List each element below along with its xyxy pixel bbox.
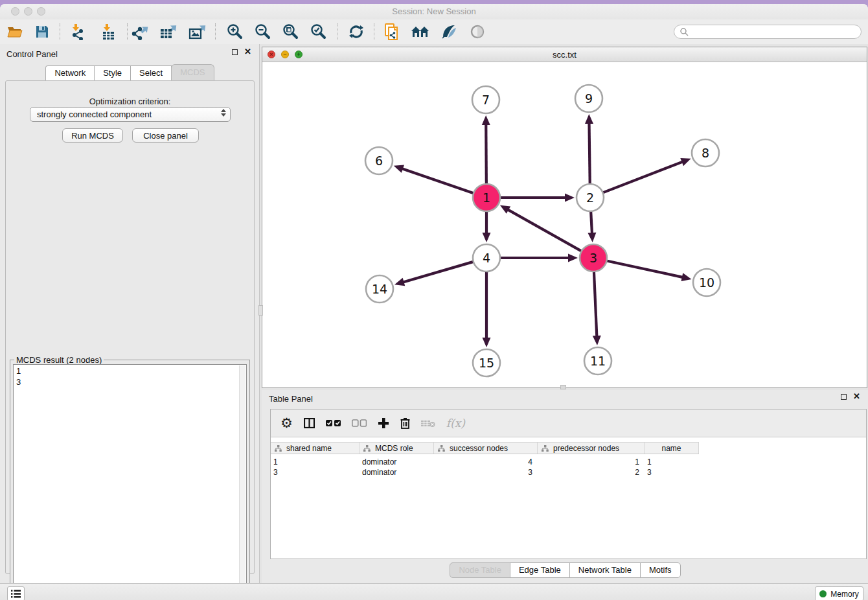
- close-panel-button[interactable]: Close panel: [132, 128, 199, 143]
- graph-edge-2-3[interactable]: [591, 211, 592, 234]
- table-row[interactable]: 3 dominator 3 2 3: [271, 468, 699, 478]
- apply-style-button[interactable]: [439, 23, 459, 41]
- export-image-button[interactable]: [188, 23, 207, 41]
- tab-style[interactable]: Style: [94, 65, 131, 80]
- graph-edge-3-1[interactable]: [507, 209, 581, 251]
- graph-edge-4-14[interactable]: [403, 262, 474, 283]
- float-table-panel-icon[interactable]: [841, 394, 847, 400]
- tab-node-table[interactable]: Node Table: [450, 562, 510, 578]
- tab-edge-table[interactable]: Edge Table: [510, 562, 570, 578]
- zoom-selected-button[interactable]: [308, 23, 328, 41]
- cell-shared-name[interactable]: 3: [271, 468, 360, 478]
- graph-edge-1-6[interactable]: [402, 168, 474, 193]
- open-folder-icon: [6, 25, 23, 39]
- deselect-all-button[interactable]: [352, 415, 367, 432]
- tab-motifs[interactable]: Motifs: [640, 562, 681, 578]
- network-graph[interactable]: 7968124314101511: [262, 62, 867, 387]
- cell-successor-nodes[interactable]: 4: [434, 457, 538, 468]
- zoom-fit-icon: [282, 23, 299, 40]
- home-layout-button[interactable]: [411, 23, 430, 41]
- import-table-button[interactable]: [98, 23, 118, 41]
- column-header-mcds-role[interactable]: MCDS role: [360, 443, 434, 454]
- graph-edge-1-7[interactable]: [486, 124, 486, 184]
- control-panel-tabs: Network Style Select MCDS: [0, 65, 259, 80]
- cell-predecessor-nodes[interactable]: 1: [538, 457, 645, 468]
- control-panel: Control Panel ✕ Network Style Select MCD…: [0, 44, 260, 583]
- graph-edge-arrow-2-3: [588, 233, 596, 242]
- copy-network-button[interactable]: [382, 23, 402, 41]
- mcds-result-group: MCDS result (2 nodes) 1 3: [10, 360, 250, 600]
- column-header-name[interactable]: name: [645, 443, 699, 454]
- window-resize-handle[interactable]: [560, 385, 566, 389]
- cell-name[interactable]: 1: [645, 457, 699, 468]
- graph-edge-3-10[interactable]: [607, 260, 683, 277]
- cell-successor-nodes[interactable]: 3: [434, 468, 538, 478]
- memory-button[interactable]: Memory: [815, 586, 863, 600]
- graph-edge-arrow-4-14: [394, 278, 405, 286]
- graph-edge-2-8[interactable]: [603, 161, 683, 192]
- network-window-titlebar[interactable]: × − + scc.txt: [262, 47, 867, 62]
- column-header-shared-name[interactable]: shared name: [271, 443, 360, 454]
- open-session-button[interactable]: [5, 23, 25, 41]
- zoom-out-icon: [254, 23, 271, 40]
- tab-network-table[interactable]: Network Table: [569, 562, 641, 578]
- eye-icon: [469, 25, 486, 39]
- select-all-button[interactable]: [326, 415, 341, 432]
- add-column-button[interactable]: [378, 415, 389, 432]
- float-panel-icon[interactable]: [232, 49, 238, 55]
- tab-select[interactable]: Select: [130, 65, 172, 80]
- show-columns-button[interactable]: [304, 415, 315, 432]
- window-title: Session: New Session: [0, 6, 868, 16]
- tab-mcds[interactable]: MCDS: [171, 64, 214, 80]
- cell-name[interactable]: 3: [645, 468, 699, 478]
- plus-icon: [378, 417, 389, 429]
- zoom-in-button[interactable]: [225, 23, 244, 41]
- column-type-icon: [275, 445, 282, 452]
- zoom-fit-button[interactable]: [280, 23, 300, 41]
- toolbar-separator: [127, 23, 128, 40]
- save-session-button[interactable]: [32, 23, 52, 41]
- cell-mcds-role[interactable]: dominator: [360, 468, 434, 478]
- optimization-criterion-select[interactable]: strongly connected component: [30, 107, 231, 122]
- graph-node-label-7: 7: [482, 93, 490, 107]
- show-hide-button[interactable]: [468, 23, 487, 41]
- delete-column-button[interactable]: [421, 415, 435, 432]
- close-table-panel-icon[interactable]: ✕: [853, 393, 860, 400]
- export-table-icon: [159, 23, 177, 40]
- column-header-successor-nodes[interactable]: successor nodes: [434, 443, 538, 454]
- zoom-out-button[interactable]: [253, 23, 272, 41]
- table-header: shared name MCDS role successor nodes pr…: [271, 442, 699, 454]
- export-table-button[interactable]: [159, 23, 178, 41]
- delete-row-button[interactable]: [400, 415, 410, 432]
- export-network-button[interactable]: [131, 23, 150, 41]
- import-network-button[interactable]: [68, 23, 87, 41]
- splitter-handle[interactable]: [258, 305, 263, 316]
- cell-shared-name[interactable]: 1: [271, 457, 360, 468]
- refresh-view-button[interactable]: [347, 23, 366, 41]
- dropdown-stepper-icon: [221, 109, 226, 117]
- mcds-result-text[interactable]: 1 3: [13, 364, 247, 600]
- search-box[interactable]: [674, 25, 862, 39]
- graph-edge-arrow-3-10: [681, 273, 692, 281]
- table-row[interactable]: 1 dominator 4 1 1: [271, 457, 699, 468]
- table-settings-button[interactable]: ⚙: [280, 415, 293, 432]
- graph-edge-2-9[interactable]: [589, 122, 589, 184]
- column-header-predecessor-nodes[interactable]: predecessor nodes: [538, 443, 645, 454]
- result-scrollbar[interactable]: [239, 365, 246, 600]
- log-console-button[interactable]: [7, 586, 25, 600]
- tab-network[interactable]: Network: [45, 65, 95, 80]
- cell-mcds-role[interactable]: dominator: [360, 457, 434, 468]
- unchecked-boxes-icon: [352, 419, 367, 427]
- graph-node-label-1: 1: [483, 190, 490, 205]
- main-toolbar: [0, 19, 868, 45]
- function-builder-button[interactable]: f(x): [446, 415, 465, 432]
- trash-icon: [400, 417, 410, 429]
- run-mcds-button[interactable]: Run MCDS: [62, 128, 123, 143]
- workspace: Control Panel ✕ Network Style Select MCD…: [0, 44, 868, 583]
- graph-edge-3-11[interactable]: [594, 271, 597, 337]
- toolbar-separator: [337, 23, 337, 40]
- search-input[interactable]: [689, 26, 861, 38]
- close-panel-icon[interactable]: ✕: [244, 49, 251, 55]
- houses-icon: [411, 25, 430, 39]
- cell-predecessor-nodes[interactable]: 2: [538, 468, 645, 478]
